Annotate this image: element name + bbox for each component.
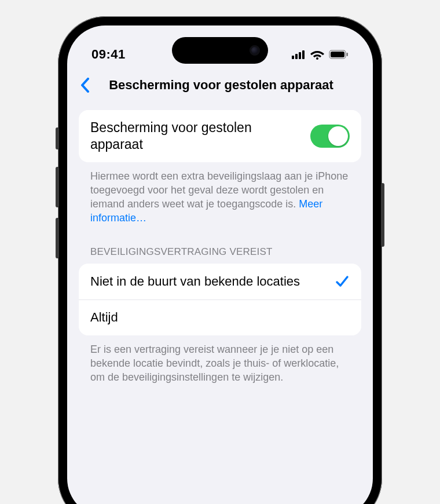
svg-point-4 [316, 57, 318, 60]
delay-option-always[interactable]: Altijd [79, 300, 361, 335]
protection-toggle-row[interactable]: Bescherming voor gestolen apparaat [79, 110, 361, 162]
delay-options-card: Niet in de buurt van bekende locaties Al… [79, 264, 361, 335]
cellular-icon [292, 50, 306, 59]
page-title: Bescherming voor gestolen apparaat [86, 78, 364, 93]
battery-icon [329, 50, 349, 59]
svg-rect-0 [292, 56, 294, 59]
svg-rect-3 [302, 50, 305, 59]
protection-toggle-card: Bescherming voor gestolen apparaat [79, 110, 361, 162]
silent-switch [56, 127, 59, 149]
protection-switch[interactable] [310, 125, 350, 148]
delay-option-away[interactable]: Niet in de buurt van bekende locaties [79, 264, 361, 300]
wifi-icon [310, 49, 324, 60]
delay-option-away-label: Niet in de buurt van bekende locaties [90, 273, 335, 290]
svg-rect-6 [331, 52, 344, 57]
volume-up-button [56, 167, 59, 207]
checkmark-icon [335, 274, 350, 289]
volume-down-button [56, 218, 59, 258]
protection-footer: Hiermee wordt een extra beveiligingslaag… [79, 162, 361, 225]
front-camera [250, 45, 260, 56]
screen: 09:41 [67, 25, 373, 504]
svg-rect-2 [299, 52, 301, 59]
navigation-bar: Bescherming voor gestolen apparaat [67, 67, 373, 102]
delay-footer: Er is een vertraging vereist wanneer je … [79, 335, 361, 385]
svg-rect-1 [295, 54, 298, 59]
delay-option-always-label: Altijd [90, 309, 350, 326]
svg-rect-7 [347, 53, 349, 56]
power-button [381, 183, 384, 247]
delay-section-header: BEVEILIGINGSVERTRAGING VEREIST [79, 225, 361, 264]
dynamic-island [172, 37, 268, 64]
status-time: 09:41 [91, 47, 126, 62]
switch-knob [328, 126, 348, 146]
device-frame: 09:41 [58, 16, 382, 504]
protection-toggle-label: Bescherming voor gestolen apparaat [90, 119, 310, 153]
